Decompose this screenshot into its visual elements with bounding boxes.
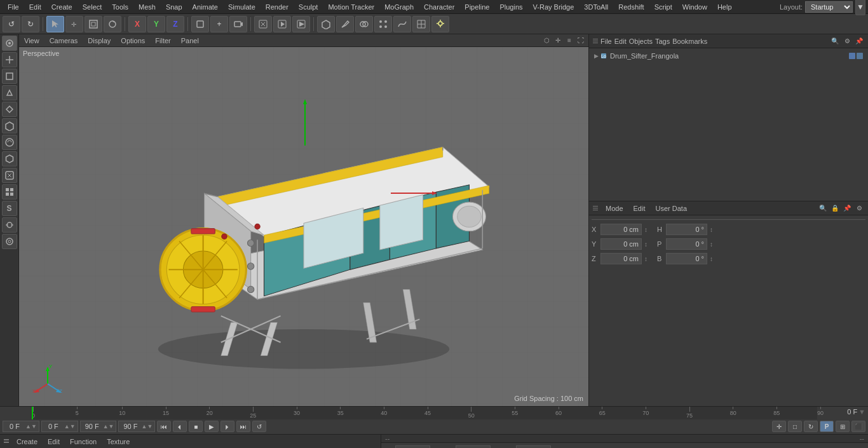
preview-end-stepper[interactable]: ▲▼ [141,423,153,430]
left-tool-4[interactable] [2,85,17,100]
menu-mograph[interactable]: MoGraph [379,2,419,12]
menu-plugins[interactable]: Plugins [494,2,527,12]
boole-btn[interactable] [355,16,373,32]
obj-panel-bookmarks[interactable]: Bookmarks [672,37,707,45]
obj-pin-icon[interactable]: 📌 [854,36,864,46]
menu-create[interactable]: Create [46,2,78,12]
rotate-tool-btn[interactable] [104,16,121,32]
obj-panel-edit[interactable]: Edit [614,37,627,45]
vp-menu-display[interactable]: Display [85,37,113,44]
playback-move-btn[interactable]: ✛ [772,421,786,432]
menu-pipeline[interactable]: Pipeline [459,2,494,12]
start-frame2-input[interactable] [44,423,63,430]
object-mode-btn[interactable] [191,16,209,32]
attr-h-unit[interactable]: ↕ [710,226,720,233]
axis-z-btn[interactable]: Z [166,16,184,32]
menu-tools[interactable]: Tools [107,2,133,12]
vp-menu-panel[interactable]: Panel [179,37,201,44]
menu-file[interactable]: File [3,2,24,12]
left-tool-9[interactable] [2,168,17,183]
null-obj-btn[interactable]: + [210,16,228,32]
playback-rotate-btn[interactable]: ↻ [804,421,818,432]
left-tool-5[interactable] [2,102,17,117]
camera-btn[interactable] [229,16,247,32]
menu-vray[interactable]: V-Ray Bridge [528,2,580,12]
move-tool-btn[interactable]: ✛ [65,16,83,32]
attr-userdata-btn[interactable]: User Data [653,205,690,212]
menu-help[interactable]: Help [712,2,737,12]
menu-motion-tracker[interactable]: Motion Tracker [323,2,379,12]
left-tool-2[interactable] [2,52,17,67]
select-tool-btn[interactable] [46,16,64,32]
layout-select[interactable]: Startup Standard Modeling [805,1,853,13]
playback-box-btn[interactable]: □ [788,421,802,432]
mat-create-btn[interactable]: Create [14,438,40,445]
axis-x-btn[interactable]: X [128,16,146,32]
menu-simulate[interactable]: Simulate [223,2,261,12]
attr-search-icon[interactable]: 🔍 [818,203,828,214]
object-tree[interactable]: ▶ Lo Drum_Sifter_Frangola [589,48,868,201]
attr-p-rot[interactable] [666,238,707,250]
left-tool-12[interactable] [2,217,17,233]
menu-redshift[interactable]: Redshift [613,2,649,12]
vp-maximize-icon[interactable]: ⬡ [541,36,552,46]
menu-mesh[interactable]: Mesh [133,2,161,12]
attr-b-unit[interactable]: ↕ [710,255,720,262]
grid-deform-btn[interactable] [412,16,430,32]
menu-window[interactable]: Window [677,2,712,12]
attr-p-unit[interactable]: ↕ [710,241,720,248]
attr-lock-icon[interactable]: 🔒 [830,203,840,214]
scale-tool-btn[interactable] [85,16,102,32]
transport-last-btn[interactable]: ⏭ [236,421,250,432]
cube-btn[interactable] [317,16,335,32]
left-tool-7[interactable] [2,135,17,150]
menu-select[interactable]: Select [78,2,107,12]
playback-grid-btn[interactable]: ⊞ [836,421,850,432]
spline-btn[interactable] [393,16,411,32]
mat-texture-btn[interactable]: Texture [104,438,132,445]
vp-menu-cameras[interactable]: Cameras [47,37,81,44]
light-btn[interactable] [431,16,449,32]
left-tool-s[interactable]: S [2,201,17,216]
attr-b-rot[interactable] [666,253,707,264]
attr-settings-icon[interactable]: ⚙ [854,203,864,214]
attr-x-pos[interactable] [600,224,642,235]
attr-z-unit[interactable]: ↕ [644,255,654,262]
vp-menu-options[interactable]: Options [118,37,147,44]
playback-p-btn[interactable]: P [820,421,834,432]
attr-y-unit[interactable]: ↕ [644,241,654,248]
pen-btn[interactable] [336,16,354,32]
attr-mode-btn[interactable]: Mode [603,205,626,212]
end-frame-input[interactable] [83,423,102,430]
transport-prev-btn[interactable]: ⏴ [173,421,187,432]
obj-panel-tags[interactable]: Tags [655,37,670,45]
transport-play-btn[interactable]: ▶ [205,421,219,432]
viewport-3d[interactable]: Perspective [19,47,588,406]
start-frame-field[interactable]: ▲▼ [3,421,39,432]
array-btn[interactable] [374,16,392,32]
transport-next-btn[interactable]: ⏵ [220,421,234,432]
mat-edit-btn[interactable]: Edit [45,438,62,445]
menu-3dtoall[interactable]: 3DToAll [579,2,613,12]
t-h-input[interactable] [516,445,551,448]
left-tool-8[interactable] [2,151,17,166]
transport-first-btn[interactable]: ⏮ [157,421,171,432]
vp-nav-icon[interactable]: ✛ [553,36,563,46]
left-tool-3[interactable] [2,69,17,84]
tree-item-drum[interactable]: ▶ Lo Drum_Sifter_Frangola [592,51,865,61]
preview-end-field[interactable]: ▲▼ [118,421,155,432]
start-frame-input[interactable] [5,423,24,430]
start-frame2-field[interactable]: ▲▼ [41,421,78,432]
layout-arrow-btn[interactable]: ▼ [855,0,865,15]
menu-character[interactable]: Character [419,2,459,12]
vp-menu-view[interactable]: View [22,37,42,44]
obj-settings-icon[interactable]: ⚙ [842,36,852,46]
redo-btn[interactable]: ↻ [22,16,39,32]
undo-btn[interactable]: ↺ [3,16,20,32]
menu-snap[interactable]: Snap [161,2,187,12]
attr-edit-btn[interactable]: Edit [631,205,648,212]
end-frame-field[interactable]: ▲▼ [80,421,117,432]
timeline-ruler[interactable]: 051015202530354045505560657075808590 0 F… [0,407,868,419]
attr-pin-icon[interactable]: 📌 [842,203,852,214]
render-region-btn[interactable] [254,16,272,32]
